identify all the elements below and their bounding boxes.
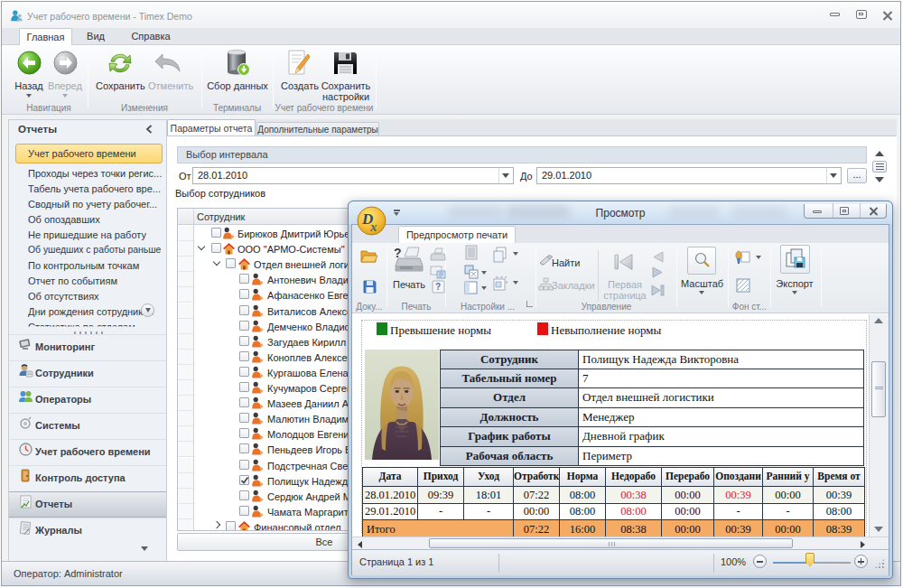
svg-text:x: x <box>369 219 377 234</box>
svg-text:?: ? <box>435 282 441 292</box>
